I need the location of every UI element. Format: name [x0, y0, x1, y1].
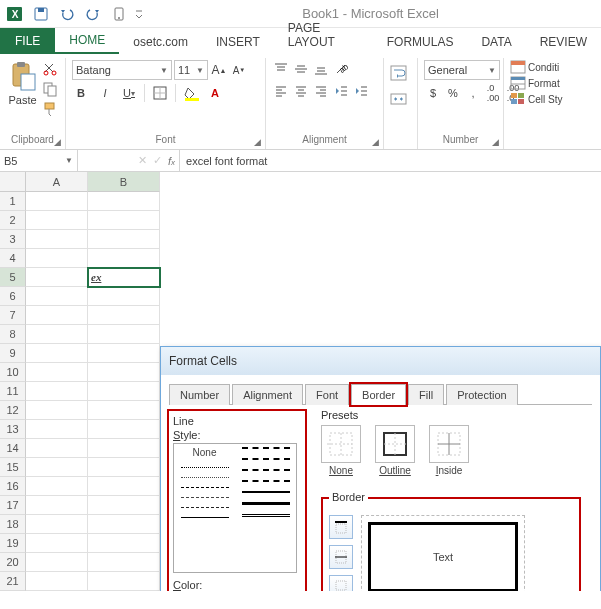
borders-button[interactable] — [151, 84, 169, 102]
preset-none-button[interactable] — [321, 425, 361, 463]
dialog-tab-alignment[interactable]: Alignment — [232, 384, 303, 405]
cell[interactable] — [26, 439, 88, 458]
style-thin[interactable] — [181, 517, 229, 518]
paste-button[interactable]: Paste — [6, 60, 39, 106]
row-header[interactable]: 13 — [0, 420, 26, 439]
cell[interactable] — [88, 363, 160, 382]
border-style-list[interactable]: None — [173, 443, 297, 573]
formula-input[interactable]: excel font format — [180, 155, 601, 167]
cell[interactable] — [26, 363, 88, 382]
cell[interactable] — [26, 515, 88, 534]
italic-button[interactable]: I — [96, 84, 114, 102]
row-header[interactable]: 19 — [0, 534, 26, 553]
style-slant-dash-dot[interactable] — [242, 458, 290, 460]
row-header[interactable]: 9 — [0, 344, 26, 363]
cell[interactable] — [88, 249, 160, 268]
increase-indent-icon[interactable] — [352, 82, 370, 100]
row-header[interactable]: 7 — [0, 306, 26, 325]
row-header[interactable]: 11 — [0, 382, 26, 401]
row-header[interactable]: 10 — [0, 363, 26, 382]
increase-decimal-icon[interactable]: .0.00 — [484, 84, 502, 102]
cell[interactable] — [88, 515, 160, 534]
cell[interactable] — [88, 553, 160, 572]
cell[interactable] — [26, 325, 88, 344]
cell[interactable] — [88, 211, 160, 230]
cell[interactable] — [88, 230, 160, 249]
tab-page-layout[interactable]: PAGE LAYOUT — [274, 16, 373, 54]
style-medium-dash-dot[interactable] — [242, 469, 290, 471]
col-header-a[interactable]: A — [26, 172, 88, 192]
save-icon[interactable] — [30, 3, 52, 25]
tab-formulas[interactable]: FORMULAS — [373, 30, 468, 54]
align-top-icon[interactable] — [272, 60, 290, 78]
cell[interactable] — [88, 287, 160, 306]
dialog-tab-border[interactable]: Border — [351, 384, 406, 405]
cell[interactable] — [88, 477, 160, 496]
file-tab[interactable]: FILE — [0, 28, 55, 54]
align-center-icon[interactable] — [292, 82, 310, 100]
font-launcher-icon[interactable]: ◢ — [254, 137, 261, 147]
border-middle-h-button[interactable] — [329, 545, 353, 569]
format-painter-icon[interactable] — [41, 100, 59, 118]
undo-icon[interactable] — [56, 3, 78, 25]
cell[interactable] — [26, 268, 88, 287]
dialog-tab-font[interactable]: Font — [305, 384, 349, 405]
preset-outline-button[interactable] — [375, 425, 415, 463]
align-left-icon[interactable] — [272, 82, 290, 100]
border-bottom-button[interactable] — [329, 575, 353, 591]
cell[interactable] — [26, 306, 88, 325]
shrink-font-icon[interactable]: A▼ — [230, 61, 248, 79]
cell[interactable] — [88, 192, 160, 211]
style-double[interactable] — [242, 514, 290, 517]
cell[interactable] — [88, 344, 160, 363]
alignment-launcher-icon[interactable]: ◢ — [372, 137, 379, 147]
fill-color-button[interactable] — [182, 84, 200, 102]
cell[interactable] — [26, 249, 88, 268]
cell[interactable] — [26, 572, 88, 591]
qat-customize-icon[interactable] — [134, 3, 144, 25]
row-header[interactable]: 4 — [0, 249, 26, 268]
font-color-button[interactable]: A — [206, 84, 224, 102]
number-format-combo[interactable]: General▼ — [424, 60, 500, 80]
underline-button[interactable]: U▾ — [120, 84, 138, 102]
cell[interactable] — [26, 420, 88, 439]
cell[interactable] — [88, 572, 160, 591]
decrease-indent-icon[interactable] — [332, 82, 350, 100]
row-header[interactable]: 18 — [0, 515, 26, 534]
style-hair[interactable] — [181, 477, 229, 478]
style-dashed[interactable] — [181, 487, 229, 488]
font-name-combo[interactable]: Batang▼ — [72, 60, 172, 80]
tab-home[interactable]: HOME — [55, 28, 119, 54]
cancel-formula-icon[interactable]: ✕ — [138, 154, 147, 167]
clipboard-launcher-icon[interactable]: ◢ — [54, 137, 61, 147]
bold-button[interactable]: B — [72, 84, 90, 102]
row-header[interactable]: 8 — [0, 325, 26, 344]
cell-styles-button[interactable]: Cell Sty — [510, 92, 562, 106]
style-medium[interactable] — [242, 491, 290, 493]
cell[interactable] — [26, 230, 88, 249]
fx-icon[interactable]: fx — [168, 155, 175, 167]
border-top-button[interactable] — [329, 515, 353, 539]
font-size-combo[interactable]: 11▼ — [174, 60, 208, 80]
cell-b5[interactable]: ex — [88, 268, 160, 287]
select-all-corner[interactable] — [0, 172, 26, 192]
cell[interactable] — [88, 401, 160, 420]
redo-icon[interactable] — [82, 3, 104, 25]
border-preview[interactable]: Text — [361, 515, 525, 591]
cell[interactable] — [88, 325, 160, 344]
style-dash-dot[interactable] — [181, 497, 229, 498]
cell[interactable] — [26, 401, 88, 420]
cell[interactable] — [88, 439, 160, 458]
cell[interactable] — [88, 496, 160, 515]
row-header[interactable]: 17 — [0, 496, 26, 515]
style-medium-dashed[interactable] — [242, 480, 290, 482]
cell[interactable] — [26, 344, 88, 363]
preset-inside-button[interactable] — [429, 425, 469, 463]
cell[interactable] — [88, 382, 160, 401]
style-thick[interactable] — [242, 502, 290, 505]
cell[interactable] — [26, 458, 88, 477]
dialog-tab-fill[interactable]: Fill — [408, 384, 444, 405]
cell[interactable] — [26, 534, 88, 553]
row-header[interactable]: 6 — [0, 287, 26, 306]
cell[interactable] — [26, 496, 88, 515]
